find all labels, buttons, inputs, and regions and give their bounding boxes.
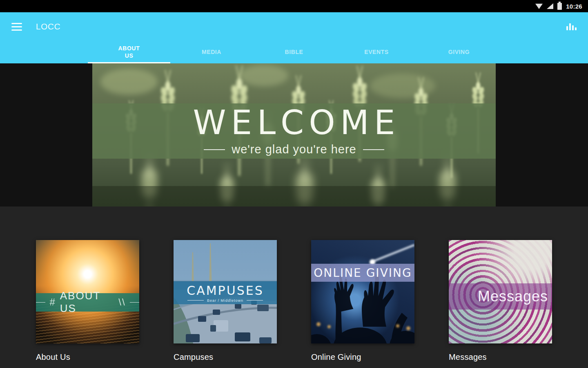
concert-crowd-illustration bbox=[311, 240, 414, 343]
cell-signal-icon bbox=[547, 3, 553, 9]
app-title: LOCC bbox=[36, 22, 60, 31]
welcome-title: WELCOME bbox=[188, 106, 400, 139]
online-giving-image: ONLINE GIVING bbox=[311, 240, 414, 343]
card-about-us[interactable]: # ABOUT US \\ About Us bbox=[36, 240, 139, 362]
hero-banner[interactable]: WELCOME we're glad you're here bbox=[92, 63, 496, 206]
card-label-online-giving: Online Giving bbox=[311, 352, 414, 362]
hero-section: WELCOME we're glad you're here bbox=[0, 63, 588, 206]
tab-bar: ABOUT US MEDIA BIBLE EVENTS GIVING bbox=[0, 41, 588, 63]
online-giving-overlay-band: ONLINE GIVING bbox=[311, 264, 414, 282]
card-campuses[interactable]: CAMPUSES Bear / Middletown Campuses bbox=[174, 240, 277, 362]
status-clock: 10:26 bbox=[566, 3, 582, 10]
welcome-subtitle: we're glad you're here bbox=[204, 143, 384, 156]
card-online-giving[interactable]: ONLINE GIVING Online Giving bbox=[311, 240, 414, 362]
welcome-banner-overlay: WELCOME we're glad you're here bbox=[92, 103, 496, 159]
wifi-icon bbox=[535, 4, 543, 9]
about-us-image: # ABOUT US \\ bbox=[36, 240, 139, 343]
tab-about-us[interactable]: ABOUT US bbox=[88, 41, 170, 63]
battery-icon bbox=[557, 3, 562, 10]
card-label-campuses: Campuses bbox=[174, 352, 277, 362]
tab-events[interactable]: EVENTS bbox=[335, 41, 418, 63]
messages-overlay-band: Messages bbox=[449, 283, 552, 309]
card-messages[interactable]: Messages Messages bbox=[449, 240, 552, 362]
content-area: # ABOUT US \\ About Us bbox=[0, 206, 588, 368]
left-rule bbox=[204, 149, 225, 150]
tab-media[interactable]: MEDIA bbox=[170, 41, 253, 63]
right-rule bbox=[363, 149, 384, 150]
about-us-overlay-band: # ABOUT US \\ bbox=[36, 293, 139, 311]
tab-giving[interactable]: GIVING bbox=[418, 41, 500, 63]
card-label-about-us: About Us bbox=[36, 352, 139, 362]
campuses-image: CAMPUSES Bear / Middletown bbox=[174, 240, 277, 343]
tab-bible[interactable]: BIBLE bbox=[253, 41, 335, 63]
hamburger-menu-icon[interactable] bbox=[11, 23, 22, 31]
bar-chart-icon[interactable] bbox=[566, 23, 577, 30]
messages-image: Messages bbox=[449, 240, 552, 343]
campuses-overlay-band: CAMPUSES Bear / Middletown bbox=[174, 281, 277, 304]
card-grid: # ABOUT US \\ About Us bbox=[0, 240, 588, 362]
card-label-messages: Messages bbox=[449, 352, 552, 362]
app-bar: LOCC bbox=[0, 12, 588, 41]
status-bar: 10:26 bbox=[0, 0, 588, 12]
